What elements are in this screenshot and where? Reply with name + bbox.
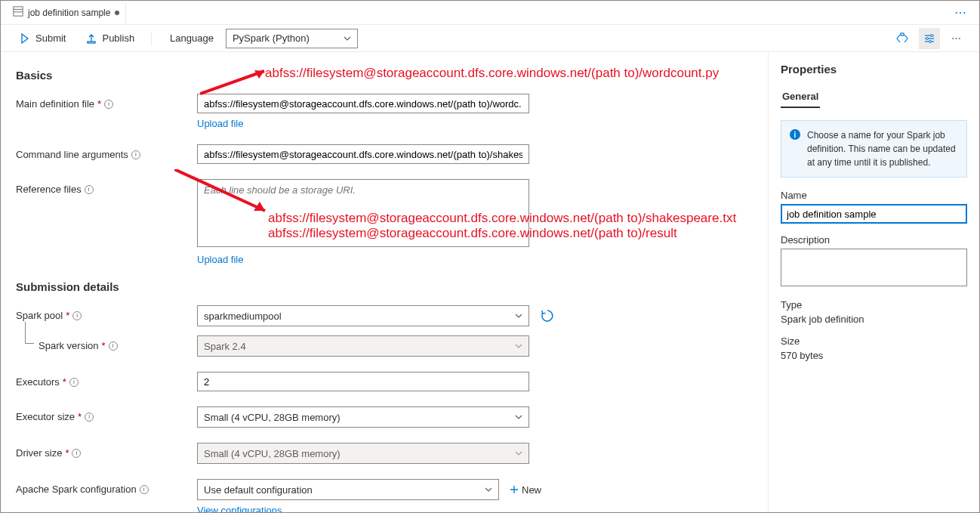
properties-panel: Properties General i Choose a name for y… xyxy=(768,52,979,512)
info-icon[interactable]: i xyxy=(69,378,79,387)
chevron-down-icon xyxy=(515,413,522,421)
properties-title: Properties xyxy=(781,63,967,76)
reference-files-label: Reference files i xyxy=(16,179,197,195)
language-value: PySpark (Python) xyxy=(233,32,310,44)
info-icon[interactable]: i xyxy=(85,185,94,194)
submit-label: Submit xyxy=(35,32,66,44)
executor-size-label: Executor size * i xyxy=(16,406,197,422)
arrow-icon xyxy=(174,169,280,222)
info-icon[interactable]: i xyxy=(72,311,82,320)
unsaved-indicator-icon xyxy=(115,11,119,15)
divider xyxy=(151,31,152,46)
settings-view-button[interactable] xyxy=(919,28,940,49)
spark-job-icon xyxy=(13,6,23,19)
spark-pool-dropdown[interactable]: sparkmediumpool xyxy=(197,305,529,326)
publish-button[interactable]: Publish xyxy=(79,29,140,48)
info-icon[interactable]: i xyxy=(131,150,140,159)
info-icon: i xyxy=(789,128,801,141)
code-icon xyxy=(895,32,909,45)
info-icon[interactable]: i xyxy=(109,341,118,351)
driver-size-label: Driver size * i xyxy=(16,443,197,459)
document-tab[interactable]: job definition sample xyxy=(7,2,126,23)
name-label: Name xyxy=(781,190,967,201)
description-label: Description xyxy=(781,234,967,246)
toolbar-more-button[interactable]: ⋯ xyxy=(946,28,967,49)
language-label: Language xyxy=(170,32,214,44)
executors-label: Executors * i xyxy=(16,372,197,388)
required-indicator: * xyxy=(101,340,105,351)
command-line-args-label: Command line arguments i xyxy=(16,144,197,160)
type-value: Spark job definition xyxy=(781,314,967,325)
tab-title: job definition sample xyxy=(28,8,110,18)
required-indicator: * xyxy=(97,98,101,110)
driver-size-dropdown: Small (4 vCPU, 28GB memory) xyxy=(197,443,529,464)
chevron-down-icon xyxy=(515,342,522,350)
info-icon[interactable]: i xyxy=(104,100,113,109)
new-config-button[interactable]: New xyxy=(510,484,541,496)
publish-label: Publish xyxy=(102,32,134,44)
chevron-down-icon xyxy=(515,312,522,320)
spark-version-label: Spark version * i xyxy=(39,335,197,351)
size-label: Size xyxy=(781,335,967,347)
required-indicator: * xyxy=(65,447,69,459)
submit-button[interactable]: Submit xyxy=(13,29,72,48)
run-icon xyxy=(19,32,31,45)
plus-icon xyxy=(510,485,519,494)
toolbar: Submit Publish Language PySpark (Python)… xyxy=(1,25,979,52)
sliders-icon xyxy=(923,32,936,45)
code-view-button[interactable] xyxy=(892,28,913,49)
refresh-button[interactable] xyxy=(540,308,555,323)
chevron-down-icon xyxy=(485,486,492,493)
description-input[interactable] xyxy=(781,249,967,286)
tab-more-button[interactable]: ⋯ xyxy=(948,5,973,20)
arrow-icon xyxy=(200,67,276,97)
tab-general[interactable]: General xyxy=(781,86,820,108)
ellipsis-icon: ⋯ xyxy=(951,32,962,44)
info-icon[interactable]: i xyxy=(85,413,94,422)
type-label: Type xyxy=(781,299,967,311)
svg-point-8 xyxy=(931,34,933,36)
executors-input[interactable] xyxy=(197,372,529,391)
svg-point-10 xyxy=(929,40,932,42)
upload-file-link[interactable]: Upload file xyxy=(197,254,243,265)
basics-section-title: Basics xyxy=(16,69,753,82)
main-content: abfss://filesystem@storageaccount.dfs.co… xyxy=(1,52,768,512)
main-definition-file-label: Main definition file * i xyxy=(16,94,197,110)
tab-bar: job definition sample ⋯ xyxy=(1,1,979,25)
size-value: 570 bytes xyxy=(781,350,967,361)
publish-icon xyxy=(85,32,97,45)
svg-rect-0 xyxy=(14,7,23,16)
command-line-args-input[interactable] xyxy=(197,144,529,164)
chevron-down-icon xyxy=(344,35,351,42)
required-indicator: * xyxy=(63,376,66,388)
svg-rect-3 xyxy=(88,42,95,43)
info-icon[interactable]: i xyxy=(72,449,81,458)
spark-pool-label: Spark pool * i xyxy=(16,305,197,321)
view-configurations-link[interactable]: View configurations xyxy=(197,505,282,512)
required-indicator: * xyxy=(78,411,82,422)
spark-version-dropdown: Spark 2.4 xyxy=(197,335,529,357)
svg-rect-4 xyxy=(901,33,904,36)
upload-file-link[interactable]: Upload file xyxy=(197,118,243,129)
submission-section-title: Submission details xyxy=(16,280,753,293)
svg-text:i: i xyxy=(794,131,797,139)
refresh-icon xyxy=(540,308,555,323)
info-icon[interactable]: i xyxy=(140,485,149,494)
name-input[interactable] xyxy=(781,204,967,224)
chevron-down-icon xyxy=(515,450,522,457)
svg-point-9 xyxy=(926,37,929,39)
apache-spark-config-dropdown[interactable]: Use default configuration xyxy=(197,479,499,500)
required-indicator: * xyxy=(66,310,69,321)
language-dropdown[interactable]: PySpark (Python) xyxy=(226,29,358,48)
toolbar-right: ⋯ xyxy=(892,28,967,49)
apache-spark-config-label: Apache Spark configuration i xyxy=(16,479,197,495)
info-message: i Choose a name for your Spark job defin… xyxy=(781,120,967,178)
executor-size-dropdown[interactable]: Small (4 vCPU, 28GB memory) xyxy=(197,406,529,428)
